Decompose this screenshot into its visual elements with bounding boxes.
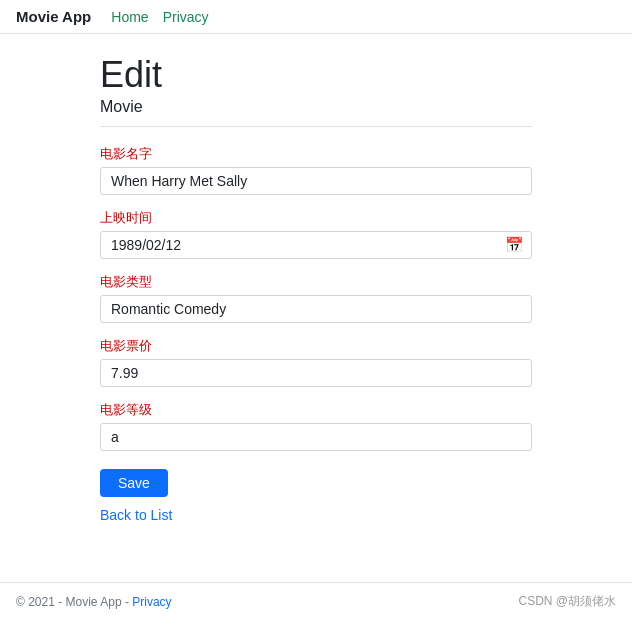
label-release-date: 上映时间 (100, 209, 532, 227)
divider (100, 126, 532, 127)
back-to-list-link[interactable]: Back to List (100, 507, 532, 523)
page-subtitle: Movie (100, 98, 532, 116)
footer-copyright-text: © 2021 - Movie App - (16, 595, 129, 609)
save-button[interactable]: Save (100, 469, 168, 497)
main-content: Edit Movie 电影名字 上映时间 📅 电影类型 电影票价 (0, 34, 632, 543)
label-rating: 电影等级 (100, 401, 532, 419)
edit-form: 电影名字 上映时间 📅 电影类型 电影票价 电影等级 Save B (100, 145, 532, 523)
field-genre: 电影类型 (100, 273, 532, 323)
label-price: 电影票价 (100, 337, 532, 355)
input-price[interactable] (100, 359, 532, 387)
footer-privacy-link[interactable]: Privacy (132, 595, 171, 609)
page-title: Edit (100, 54, 532, 96)
footer-copyright: © 2021 - Movie App - Privacy (16, 595, 172, 609)
navbar-brand[interactable]: Movie App (16, 8, 91, 25)
label-movie-name: 电影名字 (100, 145, 532, 163)
field-price: 电影票价 (100, 337, 532, 387)
footer: © 2021 - Movie App - Privacy CSDN @胡须佬水 (0, 582, 632, 620)
label-genre: 电影类型 (100, 273, 532, 291)
input-genre[interactable] (100, 295, 532, 323)
input-release-date[interactable] (100, 231, 532, 259)
field-release-date: 上映时间 📅 (100, 209, 532, 259)
field-rating: 电影等级 (100, 401, 532, 451)
input-rating[interactable] (100, 423, 532, 451)
footer-watermark: CSDN @胡须佬水 (518, 593, 616, 610)
nav-home[interactable]: Home (111, 9, 148, 25)
field-movie-name: 电影名字 (100, 145, 532, 195)
input-movie-name[interactable] (100, 167, 532, 195)
navbar: Movie App Home Privacy (0, 0, 632, 34)
date-wrapper: 📅 (100, 231, 532, 259)
nav-privacy[interactable]: Privacy (163, 9, 209, 25)
